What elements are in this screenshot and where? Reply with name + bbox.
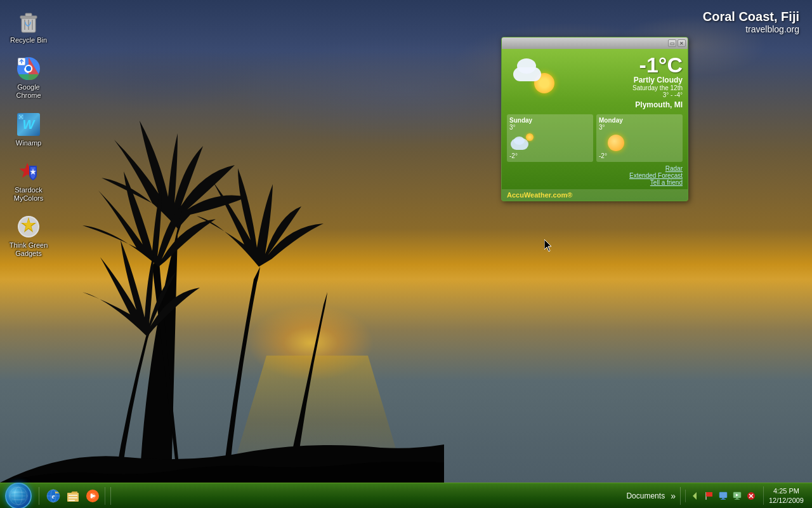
thinkgreen-label: Think GreenGadgets (10, 241, 48, 258)
desktop-icons-area: Recycle Bin (0, 0, 57, 267)
forecast-day-1-name: Sunday (509, 117, 591, 124)
svg-rect-44 (721, 499, 726, 500)
widget-links: Radar Extended Forecast Tell a friend (502, 165, 688, 189)
svg-rect-46 (736, 498, 738, 499)
water-reflection (190, 356, 444, 483)
location-display: Coral Coast, Fiji travelblog.org (703, 10, 799, 34)
forecast-day-2-low: -2° (599, 152, 680, 159)
svg-rect-2 (25, 13, 32, 17)
chrome-label: GoogleChrome (16, 83, 41, 100)
recycle-bin-label: Recycle Bin (10, 36, 47, 44)
taskbar-mediaplayer-button[interactable] (84, 487, 102, 505)
winamp-image: W (16, 112, 41, 137)
svg-rect-40 (706, 494, 709, 497)
forecast-day-1-low: -2° (509, 152, 591, 159)
temperature: -1°C (561, 54, 683, 76)
extended-forecast-link[interactable]: Extended Forecast (507, 172, 683, 179)
svg-text:W: W (23, 117, 36, 131)
taskbar-right: Documents » (620, 486, 812, 505)
separator-3 (680, 487, 681, 505)
widget-footer: AccuWeather.com® (502, 189, 688, 201)
tray-back-button[interactable] (689, 490, 702, 502)
weather-location: Plymouth, MI (561, 100, 683, 109)
taskbar-ie-button[interactable]: e (44, 487, 62, 505)
sky-overlay (0, 0, 812, 305)
clock-date: 12/12/2009 (769, 496, 804, 505)
documents-button[interactable]: Documents (623, 491, 668, 500)
separator-1 (39, 487, 39, 505)
svg-rect-38 (706, 492, 709, 495)
svg-point-9 (26, 66, 31, 71)
svg-rect-41 (709, 494, 712, 497)
taskbar-filemanager-button[interactable] (64, 487, 82, 505)
forecast-day-1-high: 3° (509, 124, 591, 131)
accu-logo-text: Accu (507, 191, 524, 199)
accu-logo-weather: Weather (524, 191, 551, 199)
widget-info: -1°C Partly Cloudy Saturday the 12th 3° … (558, 54, 683, 109)
tray-monitor2-icon[interactable]: ▶ (731, 490, 743, 502)
forecast-area: Sunday 3° -2° Monday 3° -2° (502, 114, 688, 165)
temp-range: 3° - -4° (561, 91, 683, 98)
svg-rect-30 (69, 495, 77, 496)
thinkgreen-image (16, 214, 41, 239)
thinkgreen-icon[interactable]: Think GreenGadgets (3, 211, 54, 260)
recycle-bin-icon[interactable]: Recycle Bin (3, 6, 54, 47)
chrome-image (16, 56, 41, 81)
svg-rect-39 (709, 492, 712, 495)
widget-close-button[interactable]: ✕ (678, 39, 686, 47)
start-button[interactable] (0, 483, 37, 509)
recycle-bin-image (16, 9, 41, 34)
accu-logo-domain: .com® (551, 191, 573, 199)
tray-monitor1-icon[interactable] (717, 490, 730, 502)
tray-flag-icon[interactable] (703, 490, 716, 502)
clock-time: 4:25 PM (769, 486, 804, 495)
separator-2 (110, 487, 111, 505)
widget-titlebar: ▭ ✕ (502, 37, 688, 49)
start-globe[interactable] (5, 483, 32, 509)
cloud-icon (508, 57, 546, 81)
stardock-label: StardockMyColors (14, 186, 43, 203)
documents-label: Documents (626, 491, 665, 500)
taskbar-clock[interactable]: 4:25 PM 12/12/2009 (763, 486, 809, 505)
weather-date: Saturday the 12th (561, 84, 683, 91)
desktop: Coral Coast, Fiji travelblog.org Recycle… (0, 0, 812, 508)
weather-icon (507, 54, 558, 98)
location-name: Coral Coast, Fiji (703, 10, 799, 24)
accuweather-logo: AccuWeather.com® (507, 191, 572, 199)
forecast-day-2-high: 3° (599, 124, 680, 131)
tray-close-icon[interactable] (745, 490, 757, 502)
weather-widget: ▭ ✕ -1°C Partly Cloudy Saturday the 12th… (501, 37, 688, 201)
svg-rect-32 (69, 500, 75, 501)
forecast-monday: Monday 3° -2° (596, 114, 683, 162)
radar-link[interactable]: Radar (507, 165, 683, 172)
svg-rect-31 (69, 497, 77, 498)
expand-arrow[interactable]: » (671, 491, 676, 501)
widget-restore-button[interactable]: ▭ (668, 39, 676, 47)
quick-launch: e (41, 487, 105, 505)
stardock-image (16, 159, 41, 184)
svg-text:e: e (52, 492, 55, 500)
svg-rect-47 (735, 499, 740, 500)
svg-rect-43 (722, 498, 724, 499)
stardock-icon[interactable]: StardockMyColors (3, 156, 54, 205)
chrome-icon[interactable]: GoogleChrome (3, 53, 54, 102)
svg-marker-35 (693, 492, 697, 500)
system-tray: ▶ (685, 490, 761, 502)
forecast-sunday: Sunday 3° -2° (507, 114, 593, 162)
condition: Partly Cloudy (561, 76, 683, 84)
widget-main: -1°C Partly Cloudy Saturday the 12th 3° … (502, 49, 688, 114)
svg-rect-42 (719, 492, 727, 498)
winamp-icon[interactable]: W Winamp (3, 109, 54, 150)
forecast-day-2-name: Monday (599, 117, 680, 124)
location-site: travelblog.org (703, 24, 799, 34)
winamp-label: Winamp (16, 139, 41, 147)
taskbar: e (0, 483, 812, 508)
tell-a-friend-link[interactable]: Tell a friend (507, 179, 683, 186)
